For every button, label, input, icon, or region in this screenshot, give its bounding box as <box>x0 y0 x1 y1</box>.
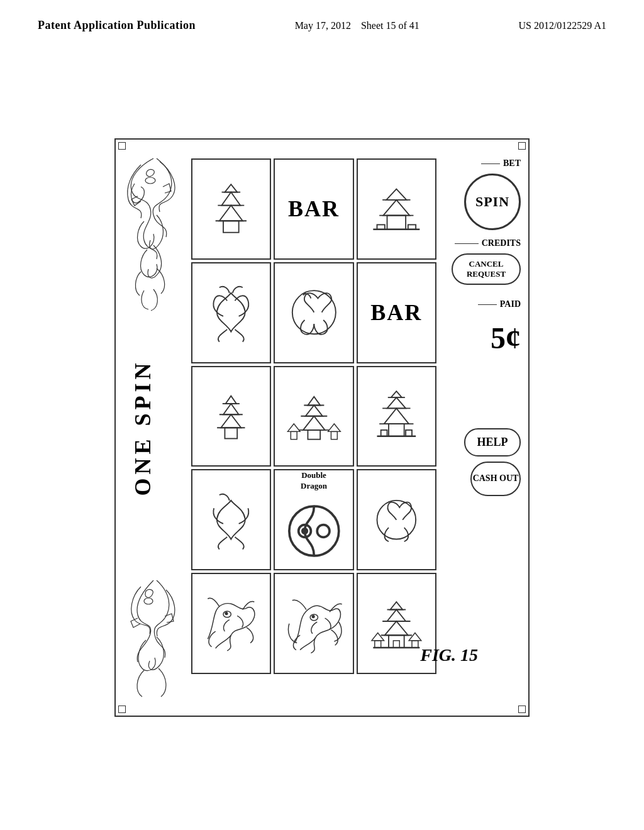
publication-title: Patent Application Publication <box>38 19 196 32</box>
reel-cell-2-3: BAR <box>357 262 436 363</box>
svg-rect-64 <box>412 641 418 648</box>
svg-marker-37 <box>384 409 409 424</box>
help-button[interactable]: HELP <box>464 428 521 456</box>
svg-marker-39 <box>387 397 406 408</box>
reel-cell-5-1 <box>191 573 271 674</box>
reel-cell-2-2 <box>274 262 353 363</box>
right-panel: BET SPIN CREDITS CANCEL REQUEST PAID 5¢ … <box>439 158 521 496</box>
svg-rect-2 <box>223 221 239 232</box>
reel-cell-4-1 <box>191 469 271 570</box>
svg-marker-19 <box>221 415 242 428</box>
svg-marker-67 <box>409 633 421 640</box>
corner-mark-tl <box>118 142 126 150</box>
svg-marker-10 <box>383 200 409 216</box>
reel-cell-1-3 <box>357 158 436 260</box>
svg-rect-18 <box>225 428 238 438</box>
svg-marker-28 <box>305 406 322 416</box>
svg-point-48 <box>317 525 330 538</box>
svg-marker-30 <box>308 397 320 406</box>
reel-cell-2-1 <box>191 262 271 363</box>
figure-container: ONE SPIN <box>38 101 606 755</box>
svg-marker-23 <box>226 396 236 404</box>
reel-cell-1-2: BAR <box>274 158 353 260</box>
credits-label: CREDITS <box>482 238 521 248</box>
svg-rect-55 <box>389 635 404 648</box>
svg-marker-3 <box>219 205 243 221</box>
cash-out-button[interactable]: CASH OUT <box>470 462 521 496</box>
one-spin-label: ONE SPIN <box>130 359 156 495</box>
svg-rect-32 <box>291 432 297 440</box>
svg-marker-58 <box>387 609 406 621</box>
dragon-decoration-bottom <box>122 577 185 703</box>
svg-point-49 <box>302 529 306 533</box>
bet-row: BET <box>439 158 521 169</box>
reel-row-5 <box>191 573 436 674</box>
svg-rect-45 <box>406 430 412 436</box>
reel-row-2: BAR <box>191 262 436 363</box>
reel-row-4: DoubleDragon <box>191 469 436 570</box>
svg-marker-26 <box>303 416 325 430</box>
svg-rect-34 <box>331 432 337 440</box>
svg-marker-56 <box>385 621 408 635</box>
figure-label: FIG. 15 <box>420 645 478 665</box>
paid-label: PAID <box>500 299 521 309</box>
svg-rect-9 <box>387 215 406 229</box>
reel-cell-1-1 <box>191 158 271 260</box>
spin-button[interactable]: SPIN <box>464 174 521 230</box>
corner-mark-tr <box>518 142 526 150</box>
svg-marker-35 <box>328 424 340 431</box>
reel-cell-4-2: DoubleDragon <box>274 469 353 570</box>
reel-row-3 <box>191 366 436 467</box>
reels-area: BAR <box>191 158 436 674</box>
bar-label-1: BAR <box>288 196 340 222</box>
svg-marker-12 <box>386 189 406 199</box>
reel-cell-3-3 <box>357 366 436 467</box>
svg-marker-66 <box>372 633 384 640</box>
reel-cell-4-3 <box>357 469 436 570</box>
double-dragon-label: DoubleDragon <box>301 470 327 492</box>
svg-point-54 <box>312 616 314 618</box>
svg-marker-5 <box>222 192 241 205</box>
svg-point-52 <box>225 612 228 615</box>
dragon-decoration-top <box>122 152 185 316</box>
patent-number: US 2012/0122529 A1 <box>518 20 606 31</box>
svg-marker-7 <box>225 184 238 192</box>
svg-marker-33 <box>287 424 300 431</box>
svg-point-1 <box>144 598 153 604</box>
svg-marker-21 <box>223 404 239 414</box>
svg-marker-60 <box>390 602 402 609</box>
svg-point-0 <box>145 177 155 184</box>
reel-cell-3-2 <box>274 366 353 467</box>
credits-line <box>455 243 479 244</box>
bar-label-2: BAR <box>370 299 422 326</box>
credits-row: CREDITS <box>439 238 521 248</box>
page-header: Patent Application Publication May 17, 2… <box>0 19 644 32</box>
reel-cell-3-1 <box>191 366 271 467</box>
corner-mark-br <box>518 706 526 713</box>
cancel-request-button[interactable]: CANCEL REQUEST <box>452 253 521 285</box>
svg-marker-41 <box>391 392 402 398</box>
bet-label: BET <box>503 158 521 169</box>
paid-row: PAID <box>439 299 521 309</box>
denomination-display: 5¢ <box>491 321 521 355</box>
svg-rect-36 <box>389 424 404 436</box>
svg-rect-44 <box>381 430 387 436</box>
corner-mark-bl <box>118 706 126 713</box>
svg-rect-65 <box>393 641 399 648</box>
reel-row-1: BAR <box>191 158 436 260</box>
svg-rect-25 <box>308 430 320 440</box>
bet-line <box>481 163 500 164</box>
reel-cell-5-2 <box>274 573 353 674</box>
paid-line <box>478 304 497 305</box>
svg-rect-63 <box>375 641 381 648</box>
slot-machine: ONE SPIN <box>114 138 530 717</box>
publication-meta: May 17, 2012 Sheet 15 of 41 <box>221 20 493 31</box>
